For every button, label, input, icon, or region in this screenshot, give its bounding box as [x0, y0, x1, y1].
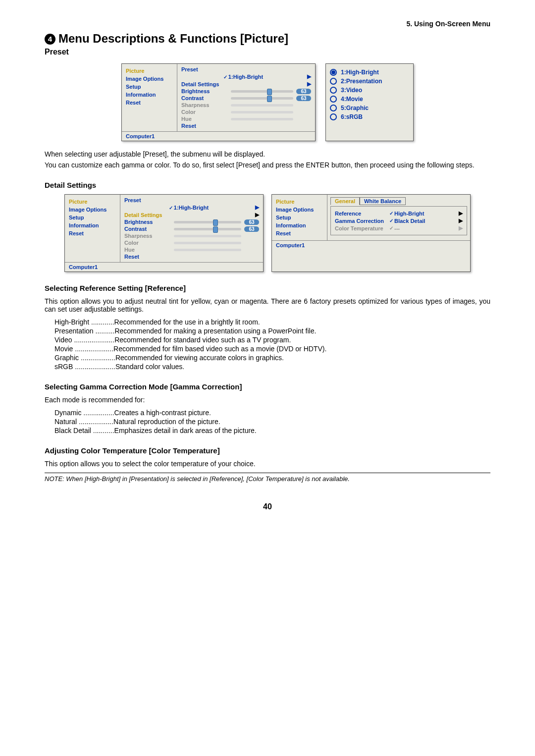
sidebar-item-image-options[interactable]: Image Options — [125, 75, 174, 83]
hue-label: Hue — [124, 247, 174, 253]
gamma-heading: Selecting Gamma Correction Mode [Gamma C… — [45, 382, 490, 391]
contrast-label: Contrast — [124, 226, 174, 232]
row-reset[interactable]: Reset — [180, 122, 312, 129]
paragraph: Each mode is recommended for: — [45, 396, 490, 404]
color-slider — [231, 111, 311, 113]
general-tab-content: Reference ✓ High-Bright ▶ Gamma Correcti… — [330, 206, 467, 235]
sidebar-item-information[interactable]: Information — [68, 221, 117, 229]
color-label: Color — [124, 240, 174, 246]
sidebar-item-picture[interactable]: Picture — [125, 67, 174, 75]
preset-value: 1:High-Bright — [174, 205, 209, 211]
contrast-slider[interactable]: 63 — [174, 226, 259, 232]
row-hue: Hue — [180, 115, 312, 122]
def-presentation: Presentation .......... Recommended for … — [54, 327, 490, 335]
brightness-value: 63 — [296, 89, 311, 94]
row-preset-value[interactable]: ✓1:High-Bright ▶ — [123, 204, 260, 211]
sidebar-item-image-options[interactable]: Image Options — [275, 206, 324, 214]
chapter-heading: 5. Using On-Screen Menu — [45, 20, 490, 28]
note-text: NOTE: When [High-Bright] in [Presentatio… — [45, 473, 490, 483]
reset-label: Reset — [124, 254, 174, 260]
reset-label: Reset — [181, 123, 231, 129]
row-gamma-correction[interactable]: Gamma Correction ✓ Black Detail ▶ — [334, 217, 464, 224]
sidebar-item-reset[interactable]: Reset — [68, 229, 117, 237]
row-preset[interactable]: Preset — [180, 66, 312, 73]
row-preset-value[interactable]: ✓1:High-Bright ▶ — [180, 73, 312, 80]
paragraph: You can customize each gamma or color. T… — [45, 161, 490, 169]
document-page: 5. Using On-Screen Menu 4Menu Descriptio… — [20, 0, 515, 541]
popup-item-presentation[interactable]: 2:Presentation — [330, 77, 409, 86]
osd-main-panel: Preset ✓1:High-Bright ▶ Detail Settings … — [177, 64, 315, 131]
radio-icon — [330, 105, 337, 111]
hue-label: Hue — [181, 116, 231, 122]
sidebar-item-reset[interactable]: Reset — [275, 229, 324, 237]
contrast-label: Contrast — [181, 95, 231, 101]
check-icon: ✓ — [223, 74, 227, 80]
osd-status-bar: Computer1 — [272, 240, 470, 250]
preset-label: Preset — [124, 197, 174, 203]
sidebar-item-picture[interactable]: Picture — [275, 198, 324, 206]
radio-icon — [330, 87, 337, 94]
popup-item-video[interactable]: 3:Video — [330, 86, 409, 95]
sidebar-item-reset[interactable]: Reset — [125, 99, 174, 107]
radio-icon — [330, 69, 337, 76]
osd-menu-1: Picture Image Options Setup Information … — [121, 63, 316, 141]
paragraph: This option allows you to select the col… — [45, 460, 490, 468]
osd-menu-3: Picture Image Options Setup Information … — [271, 194, 471, 272]
figure-preset-menu: Picture Image Options Setup Information … — [45, 63, 490, 141]
tab-white-balance[interactable]: White Balance — [360, 197, 406, 205]
chevron-right-icon: ▶ — [307, 81, 311, 87]
popup-item-srgb[interactable]: 6:sRGB — [330, 112, 409, 121]
def-graphic: Graphic .................. Recommended f… — [54, 354, 490, 362]
sidebar-item-image-options[interactable]: Image Options — [68, 206, 117, 214]
row-brightness[interactable]: Brightness 63 — [180, 88, 312, 95]
sharpness-label: Sharpness — [124, 233, 174, 239]
row-reset[interactable]: Reset — [123, 253, 260, 260]
osd-main-panel: Preset ✓1:High-Bright ▶ Detail Settings … — [120, 195, 263, 262]
row-color-temperature: Color Temperature ✓ --- ▶ — [334, 224, 464, 232]
radio-icon — [330, 78, 337, 85]
osd-status-bar: Computer1 — [122, 131, 315, 141]
preset-label: Preset — [181, 66, 231, 72]
row-contrast[interactable]: Contrast 63 — [180, 95, 312, 102]
brightness-slider[interactable]: 63 — [174, 219, 259, 225]
row-detail-settings[interactable]: Detail Settings ▶ — [180, 80, 312, 88]
reference-heading: Selecting Reference Setting [Reference] — [45, 284, 490, 292]
preset-value: 1:High-Bright — [228, 74, 263, 80]
row-brightness[interactable]: Brightness 63 — [123, 218, 260, 225]
chevron-right-icon: ▶ — [255, 212, 259, 218]
contrast-value: 63 — [296, 96, 311, 101]
chevron-right-icon: ▶ — [307, 73, 311, 80]
popup-item-graphic[interactable]: 5:Graphic — [330, 104, 409, 112]
row-reference[interactable]: Reference ✓ High-Bright ▶ — [334, 210, 464, 217]
colortemp-label: Color Temperature — [335, 225, 389, 231]
popup-item-movie[interactable]: 4:Movie — [330, 95, 409, 104]
radio-icon — [330, 96, 337, 103]
def-movie: Movie .................... Recommended f… — [54, 345, 490, 353]
sidebar-item-information[interactable]: Information — [125, 91, 174, 99]
row-contrast[interactable]: Contrast 63 — [123, 225, 260, 232]
sidebar-item-information[interactable]: Information — [275, 221, 324, 229]
sidebar-item-setup[interactable]: Setup — [125, 83, 174, 91]
figure-detail-settings: Picture Image Options Setup Information … — [45, 194, 490, 272]
sidebar-item-setup[interactable]: Setup — [68, 214, 117, 221]
tabs: General White Balance — [330, 197, 467, 205]
osd-sidebar: Picture Image Options Setup Information … — [65, 195, 120, 262]
brightness-slider[interactable]: 63 — [231, 89, 311, 94]
brightness-label: Brightness — [181, 88, 231, 94]
gamma-label: Gamma Correction — [335, 218, 389, 224]
row-detail-settings[interactable]: Detail Settings ▶ — [123, 211, 260, 218]
reference-definition-list: High-Bright ............ Recommended for… — [54, 318, 490, 371]
row-preset[interactable]: Preset — [123, 197, 260, 204]
def-video: Video ..................... Recommended … — [54, 336, 490, 344]
contrast-slider[interactable]: 63 — [231, 96, 311, 101]
sidebar-item-picture[interactable]: Picture — [68, 198, 117, 206]
tab-general[interactable]: General — [330, 197, 360, 205]
sidebar-item-setup[interactable]: Setup — [275, 214, 324, 221]
row-sharpness: Sharpness — [123, 232, 260, 239]
hue-slider — [174, 249, 259, 251]
popup-item-high-bright[interactable]: 1:High-Bright — [330, 68, 409, 77]
def-high-bright: High-Bright ............ Recommended for… — [54, 318, 490, 326]
osd-sidebar: Picture Image Options Setup Information … — [122, 64, 177, 131]
reference-value: High-Bright — [394, 211, 457, 216]
detail-settings-label: Detail Settings — [124, 212, 253, 218]
